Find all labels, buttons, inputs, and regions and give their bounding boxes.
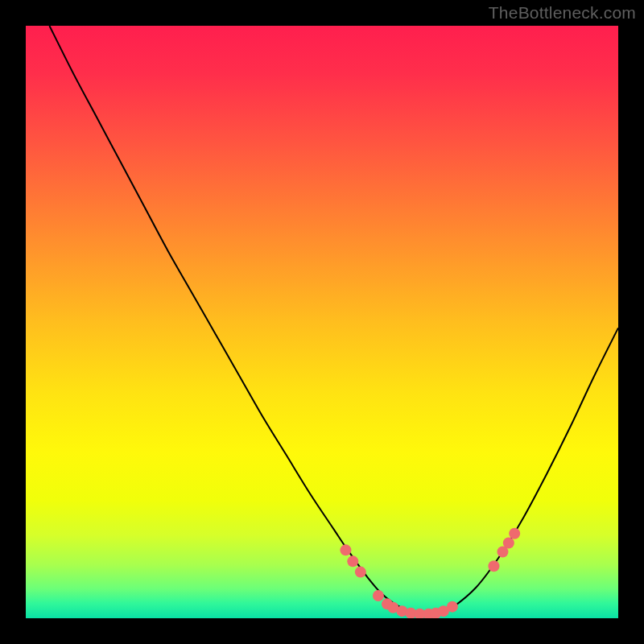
curve-marker: [503, 538, 514, 549]
curve-marker: [509, 528, 520, 539]
watermark-text: TheBottleneck.com: [489, 3, 636, 23]
chart-container: [26, 26, 618, 618]
curve-marker: [340, 544, 351, 555]
curve-marker: [488, 560, 499, 572]
curve-marker: [347, 555, 358, 567]
curve-marker: [355, 567, 366, 578]
chart-background: [26, 26, 618, 618]
chart-svg: [26, 26, 618, 618]
curve-marker: [373, 590, 384, 601]
curve-marker: [447, 601, 458, 613]
